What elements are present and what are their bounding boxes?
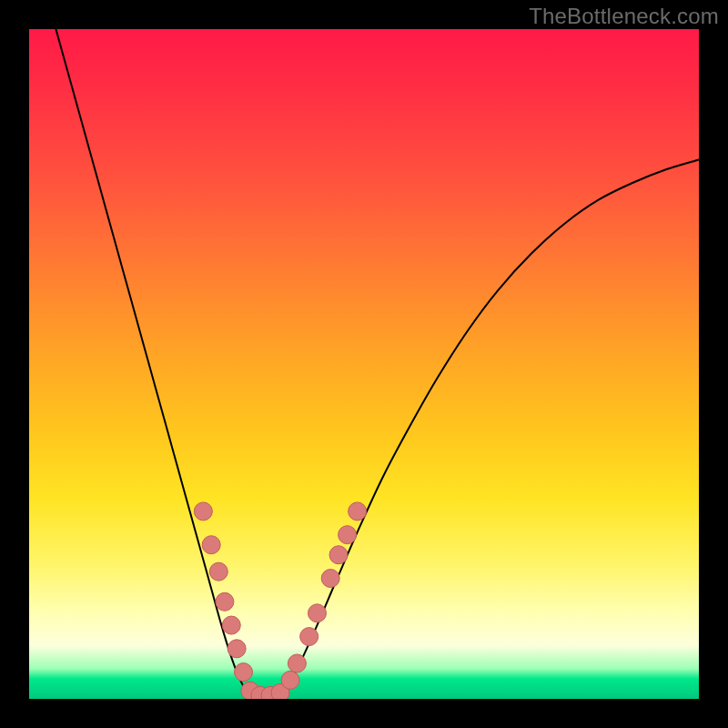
marker-group xyxy=(194,502,366,699)
curve-group xyxy=(56,29,699,697)
marker-dot xyxy=(288,654,306,672)
marker-dot xyxy=(349,502,367,521)
chart-stage: TheBottleneck.com xyxy=(0,0,728,728)
marker-dot xyxy=(339,526,357,544)
marker-dot xyxy=(209,562,228,581)
marker-dot xyxy=(308,604,326,622)
marker-dot xyxy=(321,570,339,588)
plot-area xyxy=(29,29,699,699)
watermark-text: TheBottleneck.com xyxy=(529,4,719,29)
marker-dot xyxy=(235,663,253,682)
marker-dot xyxy=(202,536,220,554)
marker-dot xyxy=(281,671,299,689)
marker-dot xyxy=(216,592,234,611)
marker-dot xyxy=(228,640,246,658)
curve-overlay xyxy=(29,29,699,699)
marker-dot xyxy=(194,502,212,521)
bottleneck-curve xyxy=(56,29,699,697)
marker-dot xyxy=(300,628,318,646)
marker-dot xyxy=(222,616,240,634)
marker-dot xyxy=(329,546,348,564)
